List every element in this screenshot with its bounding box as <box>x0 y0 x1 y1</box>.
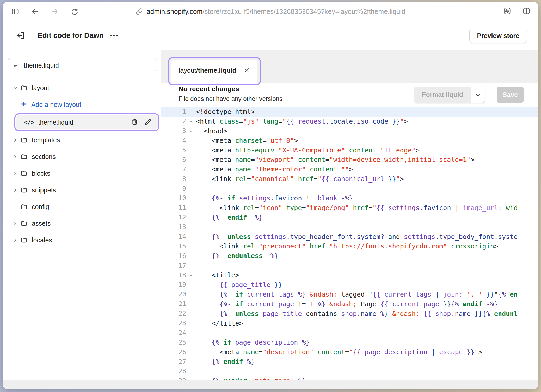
line-number[interactable]: 19 <box>161 281 195 288</box>
code-text: <link rel="preconnect" href="https://fon… <box>195 242 538 250</box>
code-line-28[interactable]: 28 <box>161 366 538 376</box>
url-text: admin.shopify.com/store/rzq1xu-f5/themes… <box>146 8 405 16</box>
search-input[interactable] <box>24 62 152 69</box>
chevron-down-icon[interactable] <box>13 85 18 90</box>
format-dropdown-button[interactable] <box>471 87 485 103</box>
code-line-17[interactable]: 17 <box>161 261 538 270</box>
code-line-14[interactable]: 14 {%- unless settings.type_header_font.… <box>161 232 538 242</box>
line-number[interactable]: 17 <box>161 262 195 269</box>
code-line-1[interactable]: 1<!doctype html> <box>161 107 538 117</box>
sidebar-folder-templates[interactable]: templates <box>3 132 161 148</box>
line-number[interactable]: 10 <box>161 194 195 202</box>
code-line-23[interactable]: 23 </title> <box>161 318 538 328</box>
code-line-20[interactable]: 20 {%- if current_tags %} &ndash; tagged… <box>161 290 538 299</box>
sidebar-toggle-icon[interactable] <box>11 7 19 16</box>
line-number[interactable]: 26 <box>161 348 195 356</box>
line-number[interactable]: 27 <box>161 358 195 365</box>
format-liquid-button[interactable]: Format liquid <box>414 87 471 103</box>
line-number[interactable]: 16 <box>161 252 195 260</box>
code-line-3[interactable]: 3 <head> <box>161 126 538 136</box>
close-tab-icon[interactable] <box>244 67 250 74</box>
code-line-9[interactable]: 9 <box>161 184 538 193</box>
file-search[interactable] <box>8 58 157 72</box>
line-number[interactable]: 18 <box>161 272 195 279</box>
fold-arrow-icon[interactable] <box>189 120 193 124</box>
save-button[interactable]: Save <box>497 87 524 103</box>
code-line-16[interactable]: 16 {%- endunless -%} <box>161 251 538 261</box>
code-line-12[interactable]: 12 {%- endif -%} <box>161 213 538 222</box>
code-line-10[interactable]: 10 {%- if settings.favicon != blank -%} <box>161 193 538 203</box>
chevron-right-icon[interactable] <box>13 188 18 193</box>
address-bar[interactable]: admin.shopify.com/store/rzq1xu-f5/themes… <box>136 2 405 21</box>
code-line-24[interactable]: 24 <box>161 328 538 338</box>
line-number[interactable]: 9 <box>161 185 195 192</box>
line-number[interactable]: 1 <box>161 108 195 115</box>
reload-icon[interactable] <box>70 7 79 16</box>
code-line-21[interactable]: 21 {%- if current_page != 1 %} &ndash; P… <box>161 299 538 309</box>
line-number[interactable]: 28 <box>161 368 195 375</box>
code-line-7[interactable]: 7 <meta name="theme-color" content=""> <box>161 164 538 174</box>
code-line-27[interactable]: 27 {% endif %} <box>161 357 538 366</box>
code-line-25[interactable]: 25 {% if page_description %} <box>161 338 538 347</box>
more-actions-icon[interactable] <box>107 30 120 41</box>
add-new-layout-link[interactable]: Add a new layout <box>3 96 161 113</box>
preview-store-button[interactable]: Preview store <box>469 29 527 43</box>
sidebar-folder-config[interactable]: config <box>3 198 161 215</box>
rename-file-icon[interactable] <box>144 118 151 126</box>
line-number[interactable]: 5 <box>161 146 195 154</box>
chevron-right-icon[interactable] <box>13 221 18 226</box>
code-line-18[interactable]: 18 <title> <box>161 270 538 280</box>
sidebar-folder-sections[interactable]: sections <box>3 148 161 165</box>
code-editor[interactable]: 1<!doctype html>2<html class="js" lang="… <box>161 107 538 380</box>
sidebar-folder-locales[interactable]: locales <box>3 232 161 248</box>
line-number[interactable]: 20 <box>161 291 195 298</box>
code-line-11[interactable]: 11 <link rel="icon" type="image/png" hre… <box>161 203 538 213</box>
line-number[interactable]: 2 <box>161 118 195 125</box>
line-number[interactable]: 15 <box>161 243 195 250</box>
code-line-26[interactable]: 26 <meta name="description" content="{{ … <box>161 347 538 357</box>
chevron-right-icon[interactable] <box>13 171 18 176</box>
chevron-right-icon[interactable] <box>13 138 18 143</box>
line-number[interactable]: 3 <box>161 127 195 134</box>
code-line-8[interactable]: 8 <link rel="canonical" href="{{ canonic… <box>161 174 538 184</box>
page-settings-icon[interactable] <box>503 7 511 16</box>
fold-arrow-icon[interactable] <box>189 273 193 277</box>
code-line-15[interactable]: 15 <link rel="preconnect" href="https://… <box>161 241 538 251</box>
chevron-right-icon[interactable] <box>13 154 18 159</box>
line-number[interactable]: 6 <box>161 156 195 163</box>
sidebar-folder-blocks[interactable]: blocks <box>3 165 161 182</box>
delete-file-icon[interactable] <box>131 118 138 126</box>
line-number[interactable]: 11 <box>161 204 195 211</box>
code-line-6[interactable]: 6 <meta name="viewport" content="width=d… <box>161 155 538 164</box>
line-number[interactable]: 14 <box>161 233 195 240</box>
line-number[interactable]: 23 <box>161 320 195 327</box>
code-line-19[interactable]: 19 {{ page_title }} <box>161 280 538 290</box>
forward-icon[interactable] <box>51 7 59 16</box>
line-number[interactable]: 24 <box>161 329 195 336</box>
line-number[interactable]: 8 <box>161 175 195 183</box>
split-view-icon[interactable] <box>522 7 531 16</box>
line-number[interactable]: 13 <box>161 223 195 231</box>
code-line-22[interactable]: 22 {%- unless page_title contains shop.n… <box>161 309 538 318</box>
code-line-5[interactable]: 5 <meta http-equiv="X-UA-Compatible" con… <box>161 145 538 155</box>
line-number[interactable]: 7 <box>161 166 195 173</box>
sidebar-file-theme.liquid[interactable]: </>theme.liquid <box>16 115 158 129</box>
code-line-4[interactable]: 4 <meta charset="utf-8"> <box>161 136 538 145</box>
code-line-29[interactable]: 29 {% render 'meta-tags' %} <box>161 376 538 380</box>
sidebar-folder-snippets[interactable]: snippets <box>3 182 161 198</box>
line-number[interactable]: 29 <box>161 377 195 380</box>
line-number[interactable]: 21 <box>161 300 195 308</box>
line-number[interactable]: 4 <box>161 137 195 144</box>
line-number[interactable]: 25 <box>161 339 195 346</box>
sidebar-folder-assets[interactable]: assets <box>3 215 161 232</box>
fold-arrow-icon[interactable] <box>189 129 193 133</box>
back-icon[interactable] <box>31 7 39 16</box>
chevron-right-icon[interactable] <box>13 238 18 243</box>
code-line-13[interactable]: 13 <box>161 222 538 232</box>
code-line-2[interactable]: 2<html class="js" lang="{{ request.local… <box>161 117 538 126</box>
line-number[interactable]: 22 <box>161 310 195 317</box>
exit-editor-icon[interactable] <box>15 30 27 41</box>
tab-theme-liquid[interactable]: layout/theme.liquid <box>171 60 257 83</box>
line-number[interactable]: 12 <box>161 214 195 221</box>
sidebar-folder-layout[interactable]: layout <box>3 79 161 96</box>
